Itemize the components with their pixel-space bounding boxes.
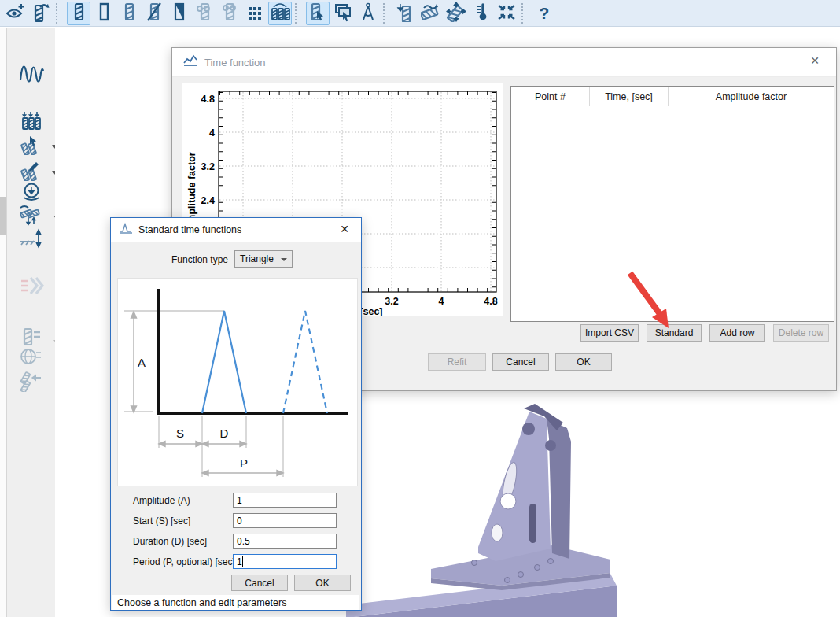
left-panel-strip[interactable] [0,28,7,617]
thermometer-icon [471,2,492,25]
line-chart-icon [183,54,198,70]
bolt-inspect-button[interactable] [193,2,216,25]
standard-dialog-titlebar[interactable]: Standard time functions [111,218,361,242]
load-pair-button[interactable] [17,205,46,229]
add-row-button[interactable]: Add row [709,324,765,342]
bolt-partial-button[interactable] [117,2,141,25]
left-toolbar [7,28,56,617]
y-tick-2-4: 2.4 [201,195,215,206]
grid-button[interactable] [243,2,267,25]
function-type-label: Function type [171,254,228,265]
column-header-point[interactable]: Point # [511,87,590,106]
delete-row-button[interactable]: Delete row [773,324,829,342]
results-button[interactable] [17,275,46,299]
close-button[interactable]: ✕ [803,51,827,70]
toolbar-separator [521,3,529,24]
global-settings-button[interactable] [17,346,46,370]
apply-load-button[interactable] [394,2,418,25]
y-tick-4: 4 [209,127,215,139]
bolt-inspect-alt-button[interactable] [218,2,241,25]
plate-select-button[interactable] [331,2,355,25]
multi-bolt-button[interactable] [268,2,292,25]
x-tick-4-8: 4.8 [484,296,497,307]
globe-icon [19,346,44,370]
load-select-button[interactable] [17,135,46,158]
bolt-flag-icon [421,2,441,25]
plate-hollow-button[interactable] [92,2,116,25]
measure-button[interactable] [356,2,380,25]
bolt-down-arrow-icon [396,2,416,25]
gravity-button[interactable] [17,182,46,205]
std-ok-button[interactable]: OK [294,575,351,591]
pulse-icon [119,222,133,238]
bolt-cursor-icon [308,2,328,25]
time-function-button[interactable] [17,63,46,87]
bolt-striped-icon [119,2,139,25]
duration-input[interactable]: 0.5 [233,534,337,549]
chevron-down-icon [281,258,287,261]
multi-bolt-icon [270,2,290,25]
bolt-arrow-left-icon [19,370,44,395]
x-tick-3-2: 3.2 [385,296,398,307]
help-button[interactable]: ? [532,2,556,25]
thermal-button[interactable] [470,2,493,25]
hollow-plate-icon [94,2,114,25]
bolt-crossed-icon [144,2,164,25]
multi-load-button[interactable] [17,110,46,134]
plate-cursor-icon [333,2,353,25]
status-bar: Choose a function and edit parameters [112,595,359,610]
section-rotate-icon [31,2,51,25]
y-tick-3-2: 3.2 [201,161,215,172]
amplitude-input[interactable]: 1 [233,493,337,508]
fit-view-button[interactable] [495,2,518,25]
function-type-dropdown[interactable]: Triangle [234,250,293,268]
import-geometry-button[interactable] [17,371,46,394]
annotation-arrow [624,268,679,335]
bolt-cursor-icon [19,135,44,158]
standard-time-functions-dialog: Standard time functions ✕ Function type … [110,217,362,611]
start-input[interactable]: 0 [233,513,337,528]
refit-button[interactable]: Refit [428,353,486,371]
wave-icon [18,61,45,88]
period-input[interactable]: 1 [233,554,337,569]
toolbar-separator [383,3,391,24]
add-view-button[interactable] [4,2,28,25]
duration-dim-label: D [220,427,229,440]
period-dim-label: P [240,456,248,470]
scrollbar-thumb[interactable] [0,197,6,235]
bolt-updown-icon [18,205,45,230]
eye-plus-icon [6,2,26,25]
function-type-value: Triangle [240,253,274,264]
result-arrows-icon [18,275,45,300]
start-dim-label: S [176,427,184,440]
bolt-exclude-button[interactable] [142,2,166,25]
bolt-full-button[interactable] [67,2,90,25]
std-cancel-button[interactable]: Cancel [231,575,288,591]
column-header-time[interactable]: Time, [sec] [590,87,669,106]
dialog-title: Standard time functions [138,224,241,235]
text-cursor [242,556,243,567]
rotate-section-button[interactable] [29,2,53,25]
bolt-move-icon [446,2,466,25]
time-function-titlebar[interactable]: Time function [172,48,836,77]
plate-corner-icon [169,2,190,25]
amplitude-dim-label: A [138,356,146,369]
move-load-button[interactable] [444,2,468,25]
triangle-function-diagram: A S D P [117,278,358,486]
displacement-button[interactable] [17,228,46,252]
multi-bolt-arrows-icon [19,110,44,134]
bolt-select-button[interactable] [306,2,330,25]
table-header-row: Point # Time, [sec] Amplitude factor [511,87,834,106]
toolbar-separator [56,3,64,24]
column-header-amplitude[interactable]: Amplitude factor [669,87,834,106]
plate-fill-button[interactable] [168,2,191,25]
close-button[interactable]: ✕ [333,220,356,238]
bracket-3d-model [346,391,629,617]
circled-down-arrow-icon [20,180,43,207]
collapse-arrows-icon [496,2,517,25]
toolbar-separator [295,3,303,24]
bolt-glasses2-icon [219,2,240,25]
load-path-button[interactable] [419,2,443,25]
cancel-button[interactable]: Cancel [492,353,549,371]
ok-button[interactable]: OK [555,353,612,371]
